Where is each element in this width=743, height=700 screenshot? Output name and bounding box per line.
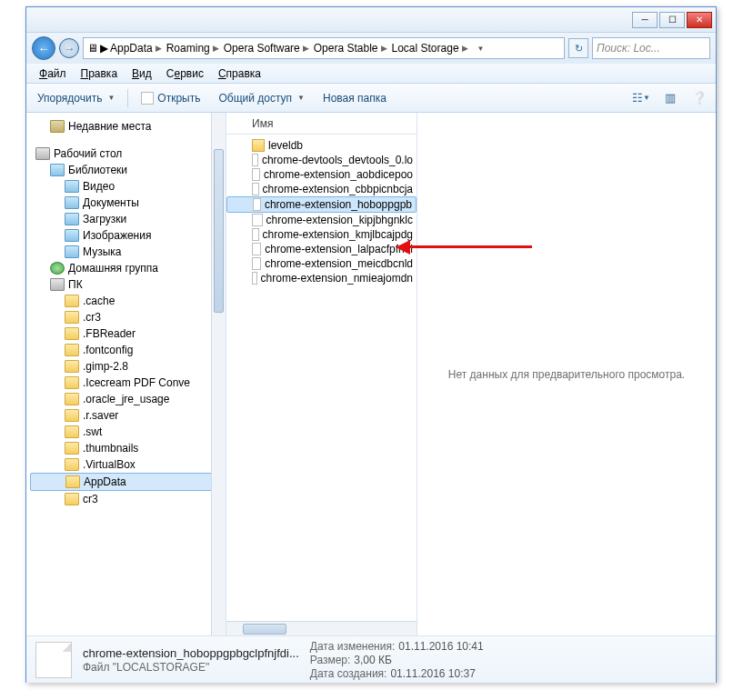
- newfolder-button[interactable]: Новая папка: [317, 89, 392, 107]
- forward-button[interactable]: →: [59, 38, 79, 58]
- nav-folder[interactable]: .oracle_jre_usage: [30, 391, 226, 407]
- nav-documents[interactable]: Документы: [30, 195, 226, 211]
- preview-pane: Нет данных для предварительного просмотр…: [417, 113, 716, 635]
- nav-folder[interactable]: .thumbnails: [30, 440, 226, 456]
- crumb: AppData▶: [110, 42, 165, 55]
- file-icon: [252, 154, 258, 166]
- menu-help[interactable]: Справка: [213, 65, 266, 82]
- file-icon: [252, 272, 257, 285]
- maximize-button[interactable]: ☐: [659, 12, 685, 28]
- folder-icon: [65, 295, 79, 307]
- folder-icon: [65, 376, 79, 389]
- address-dropdown[interactable]: ▼: [473, 45, 489, 53]
- explorer-window: ─ ☐ ✕ ← → 🖥▶ AppData▶ Roaming▶ Opera Sof…: [25, 6, 717, 683]
- file-row[interactable]: chrome-extension_aobdicepoo: [226, 167, 417, 182]
- file-list-pane: Имя leveldb chrome-devtools_devtools_0.l…: [226, 113, 417, 635]
- file-row[interactable]: chrome-extension_kipjbhgnklc: [226, 213, 417, 227]
- folder-icon: [65, 409, 79, 422]
- file-row-selected[interactable]: chrome-extension_hoboppgpb: [226, 196, 417, 213]
- file-icon: [252, 168, 260, 181]
- scrollbar-thumb[interactable]: [214, 149, 224, 313]
- menu-view[interactable]: Вид: [126, 65, 157, 82]
- details-filename: chrome-extension_hoboppgpbgclpfnjfdi...: [83, 646, 299, 660]
- folder-icon: [65, 425, 79, 438]
- computer-icon: 🖥: [87, 42, 98, 55]
- refresh-button[interactable]: ↻: [568, 38, 588, 58]
- menu-tools[interactable]: Сервис: [161, 65, 209, 82]
- folder-icon: [65, 442, 79, 455]
- nav-desktop[interactable]: Рабочий стол: [30, 145, 226, 162]
- nav-folder[interactable]: .cr3: [30, 309, 226, 325]
- file-row[interactable]: chrome-extension_cbbpicnbcja: [226, 182, 417, 196]
- homegroup-icon: [50, 262, 65, 275]
- file-icon: [252, 243, 261, 255]
- folder-icon: [65, 180, 79, 193]
- menu-edit[interactable]: Правка: [75, 65, 124, 82]
- folder-icon: [65, 344, 79, 356]
- file-icon: [252, 257, 261, 270]
- nav-folder[interactable]: .swt: [30, 424, 226, 440]
- nav-downloads[interactable]: Загрузки: [30, 211, 226, 227]
- address-row: ← → 🖥▶ AppData▶ Roaming▶ Opera Software▶…: [26, 33, 716, 64]
- details-pane: chrome-extension_hoboppgpbgclpfnjfdi... …: [26, 635, 716, 683]
- file-icon: [141, 92, 154, 105]
- folder-icon: [65, 393, 79, 405]
- file-list: leveldb chrome-devtools_devtools_0.lo ch…: [226, 135, 417, 621]
- file-row[interactable]: chrome-devtools_devtools_0.lo: [226, 153, 417, 167]
- toolbar: Упорядочить▼ Открыть Общий доступ▼ Новая…: [26, 84, 716, 113]
- file-icon: [252, 214, 263, 226]
- nav-recent[interactable]: Недавние места: [30, 118, 226, 135]
- share-button[interactable]: Общий доступ▼: [213, 89, 310, 107]
- file-row[interactable]: leveldb: [226, 138, 417, 153]
- file-large-icon: [35, 642, 72, 678]
- preview-toggle-button[interactable]: ▥: [659, 88, 681, 108]
- nav-folder[interactable]: .FBReader: [30, 325, 226, 342]
- minimize-button[interactable]: ─: [632, 12, 658, 28]
- nav-folder[interactable]: .Icecream PDF Conve: [30, 375, 226, 391]
- nav-pictures[interactable]: Изображения: [30, 227, 226, 244]
- folder-icon: [65, 245, 79, 258]
- crumb: Roaming▶: [166, 42, 222, 55]
- folder-icon: [65, 229, 79, 242]
- nav-video[interactable]: Видео: [30, 178, 226, 195]
- navigation-pane: Недавние места Рабочий стол Библиотеки В…: [26, 113, 226, 635]
- address-bar[interactable]: 🖥▶ AppData▶ Roaming▶ Opera Software▶ Ope…: [83, 37, 565, 59]
- close-button[interactable]: ✕: [687, 12, 712, 28]
- preview-empty-text: Нет данных для предварительного просмотр…: [448, 368, 685, 381]
- details-filetype: Файл "LOCALSTORAGE": [83, 661, 299, 674]
- organize-button[interactable]: Упорядочить▼: [32, 89, 120, 107]
- nav-folder[interactable]: .r.saver: [30, 407, 226, 424]
- nav-folder[interactable]: .fontconfig: [30, 342, 226, 358]
- nav-pc[interactable]: ПК: [30, 276, 226, 293]
- nav-libraries[interactable]: Библиотеки: [30, 162, 226, 178]
- nav-folder[interactable]: .VirtualBox: [30, 456, 226, 473]
- back-button[interactable]: ←: [32, 36, 55, 60]
- nav-folder[interactable]: cr3: [30, 491, 226, 507]
- folder-icon: [65, 213, 79, 225]
- folder-icon: [65, 360, 79, 373]
- nav-music[interactable]: Музыка: [30, 244, 226, 260]
- help-icon[interactable]: ❔: [688, 88, 710, 108]
- nav-folder-appdata[interactable]: AppData: [30, 473, 226, 491]
- file-row[interactable]: chrome-extension_meicdbcnld: [226, 256, 417, 271]
- column-header-name[interactable]: Имя: [226, 113, 417, 135]
- nav-scrollbar[interactable]: [211, 113, 226, 635]
- menubar: Файл Правка Вид Сервис Справка: [26, 64, 716, 84]
- file-row[interactable]: chrome-extension_nmieajomdn: [226, 271, 417, 285]
- file-row[interactable]: chrome-extension_kmjlbcajpdg: [226, 227, 417, 242]
- nav-folder[interactable]: .cache: [30, 293, 226, 309]
- folder-icon: [65, 327, 79, 340]
- horizontal-scrollbar[interactable]: [226, 621, 417, 635]
- view-mode-button[interactable]: ☷▼: [630, 88, 652, 108]
- folder-icon: [65, 196, 79, 209]
- file-icon: [252, 183, 259, 195]
- open-button[interactable]: Открыть: [136, 89, 206, 107]
- file-icon: [253, 198, 261, 211]
- file-row[interactable]: chrome-extension_lalpacfpfnol: [226, 242, 417, 256]
- nav-folder[interactable]: .gimp-2.8: [30, 358, 226, 375]
- nav-homegroup[interactable]: Домашняя группа: [30, 260, 226, 276]
- search-input[interactable]: Поиск: Loc...: [592, 37, 710, 59]
- menu-file[interactable]: Файл: [34, 65, 72, 82]
- library-icon: [50, 164, 65, 176]
- scrollbar-thumb[interactable]: [243, 624, 286, 635]
